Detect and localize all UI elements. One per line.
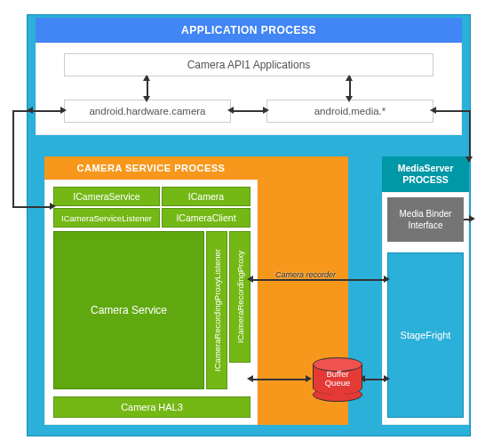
camera-recorder-arrow-label: Camera recorder bbox=[275, 270, 336, 279]
android-hardware-camera-box: android.hardware.camera bbox=[64, 100, 231, 123]
camera-service-process-header: CAMERA SERVICE PROCESS bbox=[44, 156, 258, 180]
camera-api1-applications-box: Camera API1 Applications bbox=[64, 53, 433, 76]
camera-hal3-box: Camera HAL3 bbox=[53, 396, 250, 418]
arrow-left-loop-v bbox=[12, 110, 14, 208]
arrowhead-icon bbox=[247, 276, 253, 283]
arrowhead-icon bbox=[384, 375, 390, 382]
stagefright-box: StageFright bbox=[387, 252, 464, 418]
arrowhead-icon bbox=[50, 203, 56, 210]
mediaserver-process-header: MediaServer PROCESS bbox=[382, 156, 469, 192]
arrowhead-icon bbox=[60, 107, 67, 114]
arrowhead-icon bbox=[227, 107, 234, 114]
icamera-recording-proxy-listener-box: ICameraRecordingProxyListener bbox=[206, 231, 227, 389]
icamera-client-box: ICameraClient bbox=[162, 208, 250, 228]
icamera-box: ICamera bbox=[162, 187, 250, 206]
arrow-media-right bbox=[433, 110, 469, 112]
buffer-queue-cylinder: Buffer Queue bbox=[313, 357, 362, 400]
arrow-hw-media bbox=[231, 110, 266, 112]
arrow-csp-to-buffer bbox=[250, 379, 309, 380]
arrow-media-down bbox=[469, 110, 471, 160]
arrowhead-icon bbox=[143, 75, 150, 81]
icamera-service-listener-box: ICameraServiceListener bbox=[53, 208, 160, 228]
arrowhead-icon bbox=[346, 75, 353, 81]
arrow-camera-recorder bbox=[250, 279, 387, 281]
arrow-left-loop-bottom bbox=[12, 206, 53, 208]
arrowhead-icon bbox=[306, 375, 312, 382]
icamera-recording-proxy-box: ICameraRecordingProxy bbox=[229, 231, 250, 363]
arrowhead-icon bbox=[465, 156, 473, 163]
arrowhead-icon bbox=[430, 107, 436, 114]
arrowhead-icon bbox=[27, 107, 33, 114]
arrowhead-icon bbox=[384, 276, 390, 283]
arrowhead-icon bbox=[247, 375, 253, 382]
arrowhead-icon bbox=[143, 96, 150, 102]
arrowhead-icon bbox=[469, 215, 475, 222]
camera-service-box: Camera Service bbox=[53, 231, 204, 389]
application-process-header: APPLICATION PROCESS bbox=[36, 18, 462, 43]
icamera-recording-proxy-listener-label: ICameraRecordingProxyListener bbox=[212, 249, 222, 372]
android-media-box: android.media.* bbox=[266, 100, 433, 123]
media-binder-interface-box: Media Binder Interface bbox=[387, 197, 464, 242]
arrowhead-icon bbox=[346, 96, 353, 102]
icamera-recording-proxy-label: ICameraRecordingProxy bbox=[235, 251, 245, 343]
arrow-hw-left bbox=[30, 110, 64, 112]
buffer-queue-label: Buffer Queue bbox=[313, 370, 362, 388]
arrowhead-icon bbox=[263, 107, 269, 114]
icamera-service-box: ICameraService bbox=[53, 187, 160, 206]
